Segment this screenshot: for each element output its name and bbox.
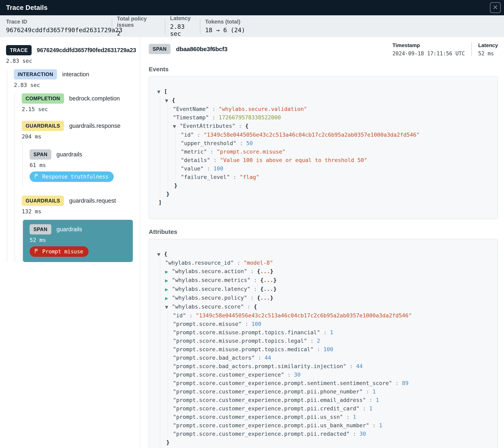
tree-node-guardrails-response[interactable]: GUARDRAILS guardrails.response 204 ms SP… <box>22 121 133 187</box>
json-collapsed-dots[interactable]: ... <box>264 276 273 284</box>
json-key: "whylabs.resource_id" <box>165 259 234 267</box>
json-key: "whylabs.secure.tags" <box>172 447 240 448</box>
json-row: "value" : 100 <box>181 164 489 173</box>
json-node: "value" : 100 <box>181 164 489 173</box>
json-colon: : <box>247 267 257 275</box>
collapse-arrow-icon[interactable]: ▼ <box>157 88 164 96</box>
json-open-brace: { <box>164 250 167 258</box>
json-node: "prompt.score.bad_actors" : 44 <box>173 354 489 362</box>
json-key: "prompt.score.bad_actors" <box>173 354 255 362</box>
summary-value: 2.83 sec <box>170 23 195 37</box>
json-colon: : <box>210 156 220 164</box>
json-collapsed-dots[interactable]: ... <box>260 267 270 275</box>
json-close-brace: } <box>270 294 273 302</box>
close-button[interactable] <box>490 2 501 13</box>
json-close-brace: } <box>273 285 277 293</box>
json-open-brace: { <box>260 276 264 284</box>
span-latency: Latency 52 ms <box>478 42 498 56</box>
json-colon: : <box>209 113 219 122</box>
guardrails-request-name: guardrails.request <box>69 197 116 204</box>
collapse-arrow-icon[interactable]: ▼ <box>157 250 164 259</box>
json-key: "metric" <box>181 147 207 156</box>
json-row: ▼{ <box>165 96 489 105</box>
json-colon: : <box>369 421 379 430</box>
json-key: "id" <box>173 311 186 320</box>
guardrails-response-duration: 204 ms <box>22 133 133 140</box>
json-row: "prompt.score.bad_actors" : 44 <box>173 354 489 362</box>
json-key: "EventName" <box>173 105 209 113</box>
interaction-badge: INTERACTION <box>14 69 57 79</box>
collapse-arrow-icon[interactable]: ▼ <box>165 303 172 311</box>
json-row: ] <box>157 198 489 207</box>
json-node: "id" : "1349c58e0445056e43c2c513a46c04cb… <box>181 131 489 139</box>
trace-duration: 2.83 sec <box>6 58 133 64</box>
json-node: "prompt.score.customer_experience.prompt… <box>173 413 489 421</box>
json-collapsed-dots[interactable]: ... <box>264 285 273 293</box>
tree-node-interaction[interactable]: INTERACTION interaction 2.83 sec <box>14 69 133 88</box>
json-node: "prompt.score.customer_experience" : 30 <box>173 371 489 379</box>
json-row: ▼{ <box>157 250 489 259</box>
expand-arrow-icon[interactable]: ▶ <box>165 268 172 276</box>
json-row: "prompt.score.customer_experience.prompt… <box>173 379 489 387</box>
json-node: ▼[▼{"EventName" : "whylabs.secure.valida… <box>157 87 489 207</box>
json-row: } <box>165 438 489 447</box>
span-response-name: guardrails <box>56 151 82 158</box>
json-value: 100 <box>324 345 333 354</box>
json-value: 100 <box>214 164 223 173</box>
summary-value: 2 <box>117 30 160 37</box>
summary-value: 18 → 6 (24) <box>205 27 245 34</box>
json-key: "upper_threshold" <box>181 139 236 147</box>
trace-tree-panel: TRACE 9676249cddfd3657f90fed2631729a23 2… <box>0 37 140 448</box>
expand-arrow-icon[interactable]: ▶ <box>165 447 172 448</box>
collapse-arrow-icon[interactable]: ▼ <box>165 96 172 105</box>
json-row: "prompt.score.customer_experience.prompt… <box>173 387 489 396</box>
tree-node-guardrails-request[interactable]: GUARDRAILS guardrails.request 132 ms SPA… <box>22 196 133 262</box>
flag-icon <box>34 248 39 255</box>
json-row: "upper_threshold" : 50 <box>181 139 489 147</box>
json-value: "prompt.score.misuse" <box>217 147 286 156</box>
json-key: "prompt.score.misuse" <box>173 320 242 328</box>
span-badge: SPAN <box>30 224 51 234</box>
json-open-brace: { <box>254 303 257 311</box>
json-key: "value" <box>181 164 204 173</box>
json-row: ▶"whylabs.secure.action" : {...} <box>165 267 489 276</box>
collapse-arrow-icon[interactable]: ▼ <box>173 122 180 131</box>
json-key: "whylabs.secure.metrics" <box>172 276 250 284</box>
json-close-brace: } <box>166 438 169 447</box>
json-key: "whylabs.secure.action" <box>172 267 247 275</box>
tree-node-trace[interactable]: TRACE 9676249cddfd3657f90fed2631729a23 2… <box>6 45 133 64</box>
json-key: "prompt.score.customer_experience.prompt… <box>173 421 369 430</box>
json-value: "1349c58e0445056e43c2c513a46c04cb17c2c6b… <box>196 311 412 320</box>
json-open-brace: { <box>257 267 260 275</box>
json-open-brace: { <box>172 96 175 105</box>
json-row: "Timestamp" : 1726679578338522000 <box>173 113 489 122</box>
tree-node-span-response[interactable]: SPAN guardrails 61 ms Response truthfuln… <box>23 145 133 187</box>
json-colon: : <box>209 105 219 113</box>
expand-arrow-icon[interactable]: ▶ <box>165 285 172 294</box>
json-colon: : <box>207 147 217 156</box>
expand-arrow-icon[interactable]: ▶ <box>165 294 172 303</box>
tree-node-completion[interactable]: COMPLETION bedrock.completion 2.15 sec <box>22 93 133 112</box>
json-node: ▶"whylabs.secure.metrics" : {...} <box>165 276 489 285</box>
json-collapsed-dots[interactable]: ... <box>260 294 270 302</box>
json-colon: : <box>392 379 402 387</box>
json-open-brace: { <box>260 285 264 293</box>
span-detail-panel: SPAN dbaa860be3f6bcf3 Timestamp 2024-09-… <box>140 37 504 448</box>
json-key: "prompt.score.misuse.prompt.topics.legal… <box>173 337 307 345</box>
json-collapsed-dots[interactable]: ... <box>254 447 264 448</box>
expand-arrow-icon[interactable]: ▶ <box>165 276 172 285</box>
json-key: "prompt.score.customer_experience.prompt… <box>173 379 392 387</box>
json-value: 44 <box>356 362 363 371</box>
span-timestamp: Timestamp 2024-09-18 17:11:56 UTC <box>393 42 465 56</box>
violation-tag-prompt-misuse: Prompt misuse <box>30 246 89 257</box>
json-value: 1 <box>353 413 356 421</box>
json-node: "prompt.score.misuse" : 100 <box>173 320 489 328</box>
summary-policy-issues: Total policy issues 2 <box>112 15 165 37</box>
json-node: ▼"EventAttributes" : {"id" : "1349c58e04… <box>173 122 489 190</box>
json-colon: : <box>204 164 214 173</box>
tree-node-span-request-selected[interactable]: SPAN guardrails 52 ms Prompt misuse <box>23 220 133 262</box>
json-key: "EventAttributes" <box>180 122 235 130</box>
summary-label: Tokens (total) <box>205 19 245 25</box>
json-row: ▼"EventAttributes" : { <box>173 122 489 131</box>
span-badge: SPAN <box>149 44 170 54</box>
